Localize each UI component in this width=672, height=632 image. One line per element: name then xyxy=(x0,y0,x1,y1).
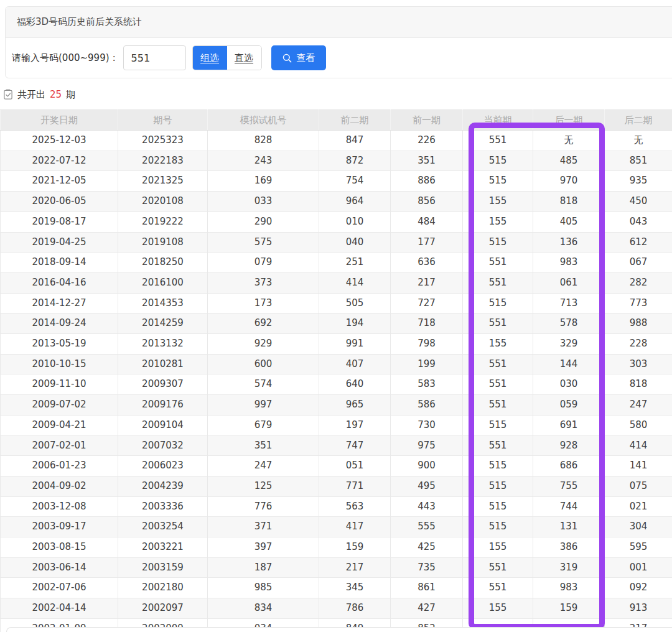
table-cell: 2009-04-21 xyxy=(1,415,118,435)
table-row: 2002-04-142002097834786427155159913 xyxy=(1,598,672,619)
column-header: 当前期 xyxy=(463,110,533,131)
history-table: 开奖日期期号模拟试机号前二期前一期当前期后一期后二期 2025-12-03202… xyxy=(0,109,672,632)
table-cell: 450 xyxy=(605,192,672,212)
search-button[interactable]: 查看 xyxy=(271,45,326,70)
table-cell: 818 xyxy=(533,192,605,212)
table-cell: 818 xyxy=(605,374,672,395)
table-cell: 970 xyxy=(533,171,605,192)
table-cell: 595 xyxy=(605,537,672,558)
table-cell: 187 xyxy=(208,557,319,578)
table-cell: 194 xyxy=(319,314,391,334)
table-row: 2010-10-152010281600407199551144303 xyxy=(1,354,672,374)
table-cell: 247 xyxy=(605,395,672,416)
column-header: 开奖日期 xyxy=(1,110,118,131)
table-row: 2003-06-142003159187217735551319001 xyxy=(1,557,672,578)
table-cell: 861 xyxy=(391,578,463,598)
table-row: 2003-08-152003221397159425155386595 xyxy=(1,537,672,558)
table-cell: 2019-08-17 xyxy=(1,211,118,232)
table-cell: 551 xyxy=(463,314,533,334)
table-cell: 2010-10-15 xyxy=(1,354,118,374)
mode-zhixuan-button[interactable]: 直选 xyxy=(227,46,261,70)
table-cell: 425 xyxy=(391,537,463,558)
table-cell: 551 xyxy=(463,374,533,395)
table-cell: 692 xyxy=(208,314,319,334)
table-cell: 228 xyxy=(605,334,672,355)
table-body: 2025-12-032025323828847226551无无2022-07-1… xyxy=(1,131,672,632)
table-header-row: 开奖日期期号模拟试机号前二期前一期当前期后一期后二期 xyxy=(1,110,672,131)
table-cell: 886 xyxy=(391,171,463,192)
table-cell: 991 xyxy=(319,334,391,355)
table-cell: 2009104 xyxy=(118,415,208,435)
table-cell: 574 xyxy=(208,374,319,395)
mode-zuxuan-button[interactable]: 组选 xyxy=(193,46,227,70)
table-row: 2014-09-242014259692194718551578988 xyxy=(1,314,672,334)
card-header: 福彩3D号码历史前后关系统计 xyxy=(6,7,672,38)
table-cell: 578 xyxy=(533,314,605,334)
table-cell: 217 xyxy=(391,272,463,293)
table-row: 2003-09-172003254371417555515131304 xyxy=(1,517,672,537)
table-cell: 155 xyxy=(463,192,533,212)
table-cell: 515 xyxy=(463,517,533,537)
table-row: 2007-02-012007032351747975551928414 xyxy=(1,435,672,456)
table-row: 2019-04-252019108575040177515136612 xyxy=(1,232,672,253)
table-cell: 727 xyxy=(391,293,463,314)
table-cell: 021 xyxy=(605,496,672,517)
table-cell: 2021-12-05 xyxy=(1,171,118,192)
table-cell: 2016-04-16 xyxy=(1,272,118,293)
table-row: 2022-07-122022183243872351515485851 xyxy=(1,151,672,171)
table-cell: 2020108 xyxy=(118,192,208,212)
table-row: 2009-04-212009104679197730515691580 xyxy=(1,415,672,435)
summary-count: 25 xyxy=(49,89,62,100)
table-cell: 913 xyxy=(605,598,672,619)
table-cell: 051 xyxy=(319,456,391,476)
summary-line: 共开出25期 xyxy=(2,87,75,102)
table-cell: 551 xyxy=(463,354,533,374)
table-cell: 2019222 xyxy=(118,211,208,232)
table-cell: 551 xyxy=(463,253,533,273)
search-icon xyxy=(282,53,292,63)
table-cell: 414 xyxy=(605,435,672,456)
table-row: 2020-06-052020108033964856155818450 xyxy=(1,192,672,212)
table-cell: 2003159 xyxy=(118,557,208,578)
table-cell: 575 xyxy=(208,232,319,253)
table-cell: 515 xyxy=(463,496,533,517)
table-cell: 988 xyxy=(605,314,672,334)
table-cell: 329 xyxy=(533,334,605,355)
table-cell: 059 xyxy=(533,395,605,416)
table-cell: 010 xyxy=(319,211,391,232)
table-cell: 2019-04-25 xyxy=(1,232,118,253)
table-cell: 900 xyxy=(391,456,463,476)
table-cell: 747 xyxy=(319,435,391,456)
table-cell: 2009-07-02 xyxy=(1,395,118,416)
table-cell: 351 xyxy=(391,151,463,171)
table-cell: 612 xyxy=(605,232,672,253)
table-cell: 2010281 xyxy=(118,354,208,374)
table-cell: 515 xyxy=(463,456,533,476)
table-cell: 515 xyxy=(463,293,533,314)
table-cell: 226 xyxy=(391,131,463,151)
table-cell: 935 xyxy=(605,171,672,192)
table-cell: 928 xyxy=(533,435,605,456)
table-cell: 2013132 xyxy=(118,334,208,355)
table-row: 2014-12-272014353173505727515713773 xyxy=(1,293,672,314)
table-cell: 964 xyxy=(319,192,391,212)
column-header: 期号 xyxy=(118,110,208,131)
number-input[interactable] xyxy=(123,45,186,70)
mode-zhixuan-label: 直选 xyxy=(235,52,253,63)
table-cell: 155 xyxy=(463,334,533,355)
table-cell: 173 xyxy=(208,293,319,314)
table-cell: 505 xyxy=(319,293,391,314)
table-cell: 2007-02-01 xyxy=(1,435,118,456)
table-row: 2021-12-052021325169754886515970935 xyxy=(1,171,672,192)
table-row: 2009-11-102009307574640583551030818 xyxy=(1,374,672,395)
table-cell: 484 xyxy=(391,211,463,232)
table-cell: 586 xyxy=(391,395,463,416)
table-cell: 495 xyxy=(391,476,463,496)
table-cell: 427 xyxy=(391,598,463,619)
table-cell: 373 xyxy=(208,272,319,293)
number-input-label: 请输入号码(000~999)： xyxy=(12,52,119,64)
table-cell: 386 xyxy=(533,537,605,558)
query-form: 请输入号码(000~999)： 组选 直选 查看 xyxy=(6,38,672,78)
table-cell: 405 xyxy=(533,211,605,232)
page: 福彩3D号码历史前后关系统计 请输入号码(000~999)： 组选 直选 查看 xyxy=(0,0,672,632)
